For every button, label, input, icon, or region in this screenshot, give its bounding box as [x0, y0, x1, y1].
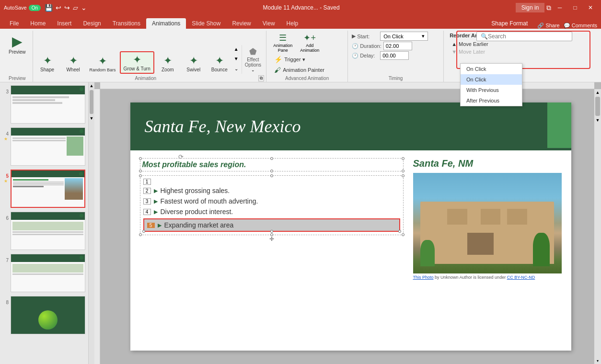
resize-tl[interactable]	[139, 157, 142, 160]
animation-wheel[interactable]: ✦ Wheel	[61, 53, 86, 74]
tab-shape-format[interactable]: Shape Format	[485, 18, 533, 29]
bullet-2: 2 ▶ Highest grossing sales.	[143, 187, 400, 194]
animation-zoom[interactable]: ✦ Zoom	[155, 53, 180, 74]
tab-slideshow[interactable]: Slide Show	[186, 18, 226, 29]
add-animation-button[interactable]: ✦+ AddAnimation	[297, 32, 322, 54]
slide-thumb-8[interactable]: 8	[2, 295, 86, 335]
panel-scrollbar-thumb	[90, 90, 93, 114]
start-label: ▶ Start:	[352, 33, 378, 39]
bullets-resize-tl[interactable]	[139, 174, 142, 177]
slide-6-dot	[80, 214, 83, 217]
bullets-box[interactable]: 1 2 ▶ Highest grossing sales. 3 ▶ Fa	[140, 175, 404, 235]
comments-button[interactable]: 💬 Comments	[564, 23, 597, 29]
dropdown-item-after-previous[interactable]: After Previous	[461, 95, 522, 106]
move-later-button[interactable]: ▼ Move Later	[450, 48, 497, 56]
tab-file[interactable]: File	[4, 18, 24, 29]
header-green-box	[547, 102, 571, 148]
search-input[interactable]	[488, 33, 568, 40]
scroll-down-button[interactable]: ▼	[234, 56, 239, 61]
dropdown-item-onclick-2[interactable]: On Click	[461, 74, 522, 85]
resize-br[interactable]	[402, 170, 405, 172]
move-handle[interactable]: ✛	[269, 236, 274, 242]
panel-scroll-down[interactable]: ▼	[89, 115, 95, 122]
duration-input[interactable]	[383, 42, 412, 50]
animation-pane-button[interactable]: ☰ AnimationPane	[270, 32, 295, 54]
animation-shape[interactable]: ✦ Shape	[35, 53, 60, 74]
canvas-scroll-down[interactable]: ▼	[595, 117, 601, 124]
bullet-1: 1	[143, 179, 400, 185]
tab-transitions[interactable]: Transitions	[107, 18, 146, 29]
present-icon[interactable]: ▱	[73, 4, 78, 11]
start-dropdown-arrow: ▾	[422, 33, 425, 39]
slide-thumb-6[interactable]: 6	[2, 211, 86, 251]
bullet-5-highlighted[interactable]: 5 ▶ Expanding market area	[143, 218, 400, 232]
autosave-toggle[interactable]: On	[29, 5, 41, 11]
resize-bm[interactable]	[270, 170, 273, 172]
resize-tm[interactable]	[270, 157, 273, 160]
animation-painter-button[interactable]: 🖌 Animation Painter	[270, 65, 344, 75]
save-icon[interactable]: 💾	[45, 4, 53, 11]
signin-button[interactable]: Sign in	[516, 3, 544, 12]
tab-insert[interactable]: Insert	[51, 18, 77, 29]
preview-button[interactable]: ▶ Preview	[5, 32, 30, 57]
restore-down-icon[interactable]: ⧉	[546, 4, 551, 12]
tab-design[interactable]: Design	[77, 18, 106, 29]
slide-num-5: 5	[3, 173, 9, 179]
canvas-scrollbar[interactable]: ▲ ▼ ▾	[594, 89, 601, 364]
canvas-scroll-up[interactable]: ▲	[595, 89, 601, 96]
slide-canvas[interactable]: Santa Fe, New Mexico ⟳ Most profitable s…	[130, 102, 571, 351]
panel-scroll-up[interactable]: ▲	[89, 82, 95, 89]
close-button[interactable]: ✕	[584, 3, 597, 12]
tab-review[interactable]: Review	[226, 18, 256, 29]
trigger-button[interactable]: ⚡ Trigger ▾	[270, 55, 344, 64]
start-row: ▶ Start: On Click ▾	[352, 32, 439, 41]
delay-input[interactable]	[380, 51, 409, 60]
dropdown-item-onclick-1[interactable]: On Click	[461, 64, 522, 74]
minimize-button[interactable]: ─	[553, 3, 566, 12]
animation-bounce[interactable]: ✦ Bounce	[207, 53, 232, 74]
canvas-scroll-bottom[interactable]: ▾	[596, 358, 600, 364]
slide-panel-scrollbar[interactable]: ▲ ▼	[89, 82, 94, 364]
scroll-more-button[interactable]: ⌄	[234, 66, 239, 71]
slide-left-column: ⟳ Most profitable sales region.	[140, 158, 404, 343]
undo-icon[interactable]: ↩	[56, 4, 61, 11]
license-link[interactable]: CC BY-NC-ND	[507, 275, 535, 280]
tab-help[interactable]: Help	[281, 18, 304, 29]
tab-animations[interactable]: Animations	[146, 18, 186, 29]
slide-img-5	[11, 170, 85, 208]
effect-options-button[interactable]: ⬟ Effect Options ⌄	[242, 45, 264, 74]
bullets-resize-br[interactable]	[402, 233, 405, 236]
bullet-arrow-2: ▶	[154, 188, 158, 194]
restore-button[interactable]: □	[568, 3, 582, 12]
tab-home[interactable]: Home	[24, 18, 51, 29]
hl-resize-bl[interactable]	[142, 230, 145, 233]
slide-4-star: ★	[4, 136, 8, 141]
canvas-scrollbar-thumb	[595, 97, 600, 116]
tab-view[interactable]: View	[257, 18, 281, 29]
start-select[interactable]: On Click ▾	[380, 32, 428, 41]
more-icon[interactable]: ⌄	[81, 4, 87, 11]
resize-tr[interactable]	[402, 157, 405, 160]
search-icon: 🔍	[481, 33, 488, 40]
hl-resize-br[interactable]	[398, 230, 401, 233]
dropdown-item-with-previous[interactable]: With Previous	[461, 85, 522, 95]
bullets-resize-tr[interactable]	[402, 174, 405, 177]
slide-thumb-7[interactable]: 7	[2, 253, 86, 293]
animation-random-bars[interactable]: ✦ Random Bars	[87, 54, 119, 74]
slide-thumb-3[interactable]: 3	[2, 84, 86, 125]
redo-icon[interactable]: ↪	[64, 4, 70, 11]
bullets-resize-bl[interactable]	[139, 233, 142, 236]
resize-bl[interactable]	[139, 170, 142, 172]
move-earlier-button[interactable]: ▲ Move Earlier	[450, 40, 497, 48]
slide-thumb-5[interactable]: 5 ★	[2, 169, 86, 209]
scroll-up-button[interactable]: ▲	[234, 46, 239, 52]
animation-grow-turn[interactable]: ✦ Grow & Turn	[120, 51, 154, 74]
animation-group-expand[interactable]: ⧉	[258, 75, 264, 81]
slide-thumb-4[interactable]: 4 ★	[2, 126, 86, 167]
hl-resize-bm[interactable]	[270, 230, 273, 233]
photo-link[interactable]: This Photo	[413, 275, 434, 280]
bullets-resize-tm[interactable]	[270, 174, 273, 177]
animation-swivel[interactable]: ✦ Swivel	[181, 53, 206, 74]
share-button[interactable]: 🔗 Share	[537, 23, 559, 29]
slide-title-box[interactable]: Most profitable sales region.	[140, 158, 404, 171]
